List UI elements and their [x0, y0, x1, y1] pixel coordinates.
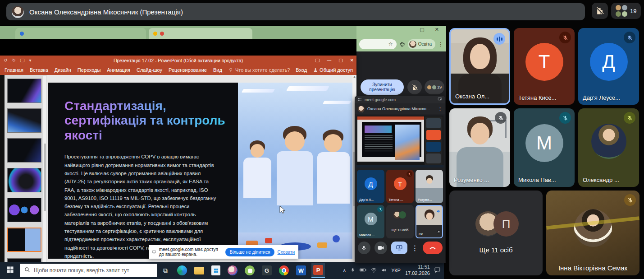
system-tray: ∧ УКР 11:5117.02.2026 — [343, 264, 444, 277]
pip-tile[interactable]: Д Дар'я Л... — [357, 170, 384, 203]
browser-menu-icon[interactable]: ⋮ — [438, 41, 443, 47]
participant-tile-tetyana[interactable]: Т Тетяна Кисе... — [514, 28, 575, 105]
person-icon — [313, 68, 318, 72]
stop-presenting-button[interactable]: Зупинити презентацію — [361, 79, 404, 95]
company-jump-button[interactable] — [592, 3, 608, 19]
mic-off-icon — [624, 112, 635, 124]
close-button[interactable]: ✕ — [350, 58, 354, 63]
word-icon[interactable]: W — [296, 265, 306, 275]
participant-tile-rozumenko[interactable]: Розуменко ... — [449, 108, 510, 187]
language-indicator[interactable]: УКР — [391, 268, 401, 273]
thumbnail-scrollbar[interactable] — [43, 76, 46, 274]
address-bar[interactable]: ☆ — [359, 39, 397, 49]
camera-button[interactable] — [375, 242, 387, 254]
overflow-avatar-initial: П — [493, 211, 519, 237]
slide-thumbnail[interactable] — [7, 198, 41, 222]
bookmark-star-icon[interactable]: ☆ — [388, 41, 393, 47]
search-placeholder: Щоби почати пошук, введіть запит тут — [34, 267, 129, 274]
tab-insert[interactable]: Вставка — [30, 67, 48, 73]
present-button[interactable] — [391, 242, 407, 254]
tray-time: 11:51 — [418, 264, 430, 270]
clock[interactable]: 11:5117.02.2026 — [405, 264, 430, 277]
edge-icon[interactable] — [177, 265, 187, 275]
tab-transitions[interactable]: Переходы — [78, 67, 101, 73]
pip-tile[interactable]: Розуме... — [416, 170, 443, 203]
mic-off-icon — [377, 206, 383, 212]
slide-thumbnail-selected[interactable] — [7, 228, 41, 252]
start-button[interactable] — [0, 266, 20, 275]
participant-tile-overflow[interactable]: П Ще 11 осіб — [449, 191, 543, 275]
participant-tile-darya[interactable]: Д Дар'я Леусе... — [578, 28, 639, 105]
participant-tile-inna[interactable]: Інна Вікторівна Семак — [546, 191, 639, 275]
task-view-button[interactable]: ⧉ — [157, 267, 174, 274]
powerpoint-titlebar[interactable]: ↺↻🖵▾ Презентація 17.02 - PowerPoint (Сбо… — [0, 56, 356, 65]
powerpoint-icon-active[interactable]: P — [311, 263, 325, 278]
pip-tile[interactable]: Т Тетяна ... — [386, 170, 414, 203]
taskbar-search[interactable]: Щоби почати пошук, введіть запит тут — [20, 264, 157, 277]
company-jump-button-small[interactable] — [407, 80, 422, 94]
browser-profile-chip[interactable]: Освіта — [408, 39, 435, 49]
extensions-icon[interactable] — [399, 41, 405, 47]
tab-view[interactable]: Вид — [213, 67, 222, 73]
slide-thumbnail[interactable] — [7, 79, 41, 103]
end-call-button[interactable] — [423, 242, 443, 254]
tab-review[interactable]: Рецензирование — [169, 67, 207, 73]
notification-message: meet.google.com має доступ до вашого екр… — [159, 247, 223, 257]
pip-titlebar[interactable]: meet.google.com — [355, 96, 445, 103]
tray-mic-icon[interactable] — [351, 267, 355, 274]
file-explorer-icon[interactable] — [194, 267, 204, 274]
pip-menu-icon[interactable]: ⋮ — [438, 107, 442, 111]
expand-icon[interactable] — [436, 228, 441, 236]
mic-off-icon — [624, 32, 635, 43]
slide-thumbnail[interactable] — [7, 138, 41, 163]
wifi-icon[interactable] — [371, 268, 377, 274]
app-icon[interactable] — [245, 265, 255, 275]
pip-tile[interactable]: М Микола ... — [357, 205, 384, 238]
tell-me-box[interactable]: Что вы хотите сделать? — [228, 67, 290, 73]
avatar: М — [365, 213, 377, 225]
share-button[interactable]: Общий доступ — [313, 67, 353, 73]
participants-button-small[interactable]: 19 — [425, 80, 444, 94]
tab-design[interactable]: Дизайн — [55, 67, 71, 73]
battery-icon[interactable] — [360, 268, 366, 273]
overflow-count-label: Ще 11 осіб — [479, 246, 512, 254]
hide-link[interactable]: Сховати — [278, 250, 295, 255]
ribbon-options-icon[interactable]: 🖵 — [315, 58, 320, 63]
participant-name: Тетяна ... — [388, 198, 403, 202]
store-icon[interactable] — [211, 265, 220, 275]
ribbon-tabs: Главная Вставка Дизайн Переходы Анимация… — [0, 65, 356, 75]
tray-chevron-icon[interactable]: ∧ — [343, 268, 346, 274]
participant-tile-oleksandr[interactable]: Олександр ... — [578, 108, 639, 187]
mic-button[interactable] — [358, 242, 370, 254]
slide-canvas[interactable]: Стандартизація, сертифікація та контроль… — [48, 83, 354, 259]
pip-presenter-name: Оксана Олександрівна Мікосян... — [367, 107, 430, 111]
participant-tile-mykola[interactable]: М Микола Пав... — [514, 108, 575, 187]
browser-tab-active[interactable] — [149, 28, 252, 39]
maximize-button[interactable]: ▢ — [338, 58, 343, 63]
minimize-button[interactable]: — — [327, 58, 331, 63]
tab-home[interactable]: Главная — [5, 67, 23, 73]
stop-sharing-button[interactable]: Більше не ділитися — [225, 248, 274, 256]
chrome-icon[interactable] — [279, 265, 289, 275]
participant-tile-oksana[interactable]: Оксана Ол... — [449, 28, 510, 105]
pip-tile-self[interactable]: Ок... — [416, 205, 443, 238]
participants-button[interactable]: 19 — [611, 3, 641, 19]
slide-thumbnail-panel[interactable] — [0, 75, 47, 276]
profile-avatar — [409, 41, 416, 48]
pip-url: meet.google.com — [365, 98, 396, 102]
tab-slideshow[interactable]: Слайд-шоу — [137, 67, 162, 73]
slide-thumbnail[interactable] — [7, 168, 41, 192]
slide-title: Стандартизація, сертифікація та контроль… — [64, 99, 231, 143]
slide-thumbnail[interactable] — [7, 108, 41, 133]
pip-tile-overflow[interactable]: Ще 13 осіб — [386, 205, 414, 238]
volume-icon[interactable] — [381, 268, 387, 274]
notification-center-icon[interactable] — [434, 267, 440, 274]
pop-out-icon[interactable] — [438, 97, 442, 102]
app-icon[interactable] — [228, 265, 238, 275]
browser-tab[interactable] — [15, 28, 146, 39]
sign-in-link[interactable]: Вход — [296, 67, 307, 73]
g-app-icon[interactable]: G — [262, 265, 272, 275]
tab-animations[interactable]: Анимация — [107, 67, 130, 73]
more-options-button[interactable]: ⋮ — [411, 242, 419, 254]
browser-window-controls[interactable]: — ▢ ✕ — [404, 27, 443, 33]
